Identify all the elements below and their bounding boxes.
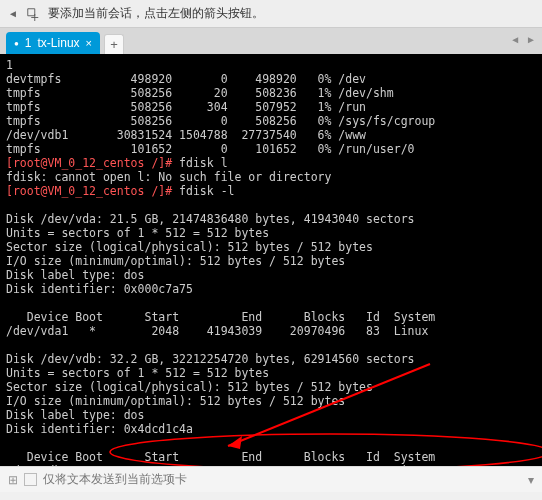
tab-index: 1 bbox=[25, 36, 32, 50]
disk-b-head: Disk /dev/vdb: 32.2 GB, 32212254720 byte… bbox=[6, 352, 415, 366]
tab-tx-linux[interactable]: ● 1 tx-Linux × bbox=[6, 32, 100, 54]
disk-b-io: I/O size (minimum/optimal): 512 bytes / … bbox=[6, 394, 345, 408]
cmd-fdisk-l: fdisk -l bbox=[179, 184, 234, 198]
svg-marker-2 bbox=[228, 436, 242, 449]
disk-b-sector: Sector size (logical/physical): 512 byte… bbox=[6, 380, 373, 394]
close-icon[interactable]: × bbox=[86, 37, 92, 49]
status-dot-icon: ● bbox=[14, 39, 19, 48]
partition-row: /dev/vda1 * 2048 41943039 20970496 83 Li… bbox=[6, 324, 428, 338]
disk-a-sector: Sector size (logical/physical): 512 byte… bbox=[6, 240, 373, 254]
disk-a-io: I/O size (minimum/optimal): 512 bytes / … bbox=[6, 254, 345, 268]
fs-row: tmpfs 508256 304 507952 1% /run bbox=[6, 100, 366, 114]
expand-icon[interactable]: ⊞ bbox=[8, 473, 18, 487]
fs-row: /dev/vdb1 30831524 1504788 27737540 6% /… bbox=[6, 128, 366, 142]
disk-b-units: Units = sectors of 1 * 512 = 512 bytes bbox=[6, 366, 269, 380]
arrow-left-icon: ◄ bbox=[8, 8, 18, 19]
session-toolbar: ◄ 要添加当前会话，点击左侧的箭头按钮。 bbox=[0, 0, 542, 28]
fs-row: devtmpfs 498920 0 498920 0% /dev bbox=[6, 72, 366, 86]
fs-row: tmpfs 508256 20 508236 1% /dev/shm bbox=[6, 86, 394, 100]
fs-header: 1 bbox=[6, 58, 13, 72]
tab-label: tx-Linux bbox=[38, 36, 80, 50]
fs-row: tmpfs 508256 0 508256 0% /sys/fs/cgroup bbox=[6, 114, 435, 128]
disk-a-head: Disk /dev/vda: 21.5 GB, 21474836480 byte… bbox=[6, 212, 415, 226]
fs-row: tmpfs 101652 0 101652 0% /run/user/0 bbox=[6, 142, 415, 156]
disk-a-label: Disk label type: dos bbox=[6, 268, 144, 282]
prompt: [root@VM_0_12_centos /]# bbox=[6, 156, 179, 170]
partition-header: Device Boot Start End Blocks Id System bbox=[6, 450, 435, 464]
disk-b-ident: Disk identifier: 0x4dcd1c4a bbox=[6, 422, 193, 436]
partition-header: Device Boot Start End Blocks Id System bbox=[6, 310, 435, 324]
terminal-output[interactable]: 1 devtmpfs 498920 0 498920 0% /dev tmpfs… bbox=[0, 54, 542, 466]
add-tab-button[interactable]: + bbox=[104, 34, 124, 54]
partition-row: /dev/vdb1 2048 62914559 31456256 83 Linu… bbox=[6, 464, 428, 466]
prompt: [root@VM_0_12_centos /]# bbox=[6, 184, 179, 198]
footer-dropdown-icon[interactable]: ▾ bbox=[528, 473, 534, 487]
footer-label: 仅将文本发送到当前选项卡 bbox=[43, 471, 187, 488]
tab-next-icon[interactable]: ► bbox=[526, 34, 536, 45]
tab-nav: ◄ ► bbox=[510, 34, 536, 45]
disk-a-units: Units = sectors of 1 * 512 = 512 bytes bbox=[6, 226, 269, 240]
cmd-fdisk-l-bad: fdisk l bbox=[179, 156, 227, 170]
send-only-checkbox[interactable] bbox=[24, 473, 37, 486]
add-session-icon[interactable] bbox=[26, 7, 40, 21]
tab-prev-icon[interactable]: ◄ bbox=[510, 34, 520, 45]
disk-a-ident: Disk identifier: 0x000c7a75 bbox=[6, 282, 193, 296]
error-line: fdisk: cannot open l: No such file or di… bbox=[6, 170, 331, 184]
tab-bar: ● 1 tx-Linux × + ◄ ► bbox=[0, 28, 542, 54]
session-hint: 要添加当前会话，点击左侧的箭头按钮。 bbox=[48, 5, 264, 22]
disk-b-label: Disk label type: dos bbox=[6, 408, 144, 422]
footer-bar: ⊞ 仅将文本发送到当前选项卡 ▾ bbox=[0, 466, 542, 492]
